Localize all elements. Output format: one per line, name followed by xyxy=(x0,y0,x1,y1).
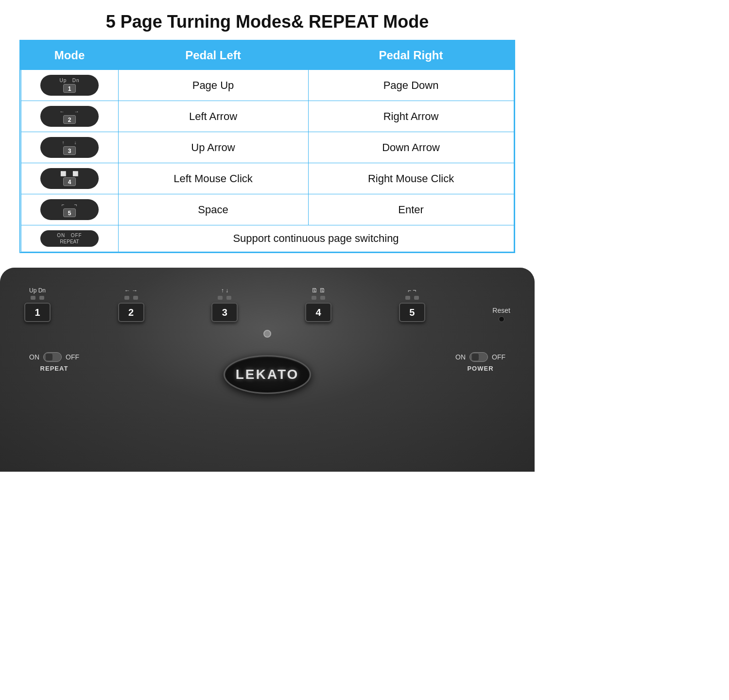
mode3-top-label: ↑ ↓ xyxy=(221,287,228,294)
device-inner: Up Dn 1 ← → 2 xyxy=(15,287,520,394)
mode-icon-3: ↑ ↓ 3 xyxy=(40,137,99,158)
mode-group-4: 🖻 🖻 4 xyxy=(305,287,331,322)
mode5-top-label: ⌐ ¬ xyxy=(408,287,416,294)
repeat-toggle[interactable] xyxy=(43,352,62,362)
pedal-left-2: Left Arrow xyxy=(118,101,308,132)
col-header-pedal-right: Pedal Right xyxy=(308,41,514,69)
dot xyxy=(39,296,44,300)
power-toggle[interactable] xyxy=(469,352,488,362)
pedal-repeat: Support continuous page switching xyxy=(118,225,514,252)
dot xyxy=(226,296,231,300)
mode-cell-4: ⬜ ⬜ 4 xyxy=(21,163,118,194)
pedal-right-5: Enter xyxy=(308,194,514,225)
mode1-indicators xyxy=(31,296,44,300)
mode-cell-5: ⌐ ¬ 5 xyxy=(21,194,118,225)
mode5-indicators xyxy=(405,296,419,300)
brand-logo: LEKATO xyxy=(224,355,311,394)
device-top-row: Up Dn 1 ← → 2 xyxy=(15,287,520,322)
pedal-right-3: Down Arrow xyxy=(308,132,514,163)
mode-button-3[interactable]: 3 xyxy=(211,303,238,322)
mode-button-4[interactable]: 4 xyxy=(305,303,331,322)
table-row: ↑ ↓ 3 Up Arrow Down Arrow xyxy=(21,132,514,163)
mode-cell-repeat: ON OFF REPEAT xyxy=(21,225,118,252)
mode2-top-label: ← → xyxy=(124,287,138,294)
device-body: Up Dn 1 ← → 2 xyxy=(0,268,535,472)
mode-icon-1: Up Dn 1 xyxy=(40,75,99,96)
repeat-label: REPEAT xyxy=(40,365,69,372)
device-bottom-row: ON OFF REPEAT LEKATO ON xyxy=(15,330,520,394)
reset-label: Reset xyxy=(492,307,510,314)
mode-icon-repeat: ON OFF REPEAT xyxy=(40,230,99,247)
dot xyxy=(124,296,129,300)
dot xyxy=(320,296,325,300)
reset-group: Reset xyxy=(492,307,510,322)
reset-button[interactable] xyxy=(499,316,504,322)
mode-group-5: ⌐ ¬ 5 xyxy=(399,287,425,322)
brand-oval: LEKATO xyxy=(224,355,311,394)
table-row: ⬜ ⬜ 4 Left Mouse Click Right Mouse Click xyxy=(21,163,514,194)
table-row: ON OFF REPEAT Support continuous page sw… xyxy=(21,225,514,252)
mode-icon-2: ← → 2 xyxy=(40,106,99,127)
pedal-left-4: Left Mouse Click xyxy=(118,163,308,194)
mode-icon-5: ⌐ ¬ 5 xyxy=(40,199,99,220)
mode-group-1: Up Dn 1 xyxy=(24,287,51,322)
pedal-right-2: Right Arrow xyxy=(308,101,514,132)
mode1-top-label: Up Dn xyxy=(29,287,46,294)
mode-button-2[interactable]: 2 xyxy=(118,303,144,322)
mode-cell-3: ↑ ↓ 3 xyxy=(21,132,118,163)
repeat-switch-group: ON OFF REPEAT xyxy=(29,352,79,372)
power-label: POWER xyxy=(467,365,493,372)
mode-cell-2: ← → 2 xyxy=(21,101,118,132)
power-switch-row: ON OFF xyxy=(455,352,505,362)
mode4-indicators xyxy=(312,296,325,300)
pedal-left-1: Page Up xyxy=(118,69,308,101)
pedal-left-5: Space xyxy=(118,194,308,225)
pedal-right-1: Page Down xyxy=(308,69,514,101)
table-row: ⌐ ¬ 5 Space Enter xyxy=(21,194,514,225)
mode-icon-4: ⬜ ⬜ 4 xyxy=(40,168,99,189)
mode4-top-label: 🖻 🖻 xyxy=(312,287,325,294)
mode-button-5[interactable]: 5 xyxy=(399,303,425,322)
page-title: 5 Page Turning Modes& REPEAT Mode xyxy=(0,0,535,40)
pedal-left-3: Up Arrow xyxy=(118,132,308,163)
pedal-right-4: Right Mouse Click xyxy=(308,163,514,194)
repeat-on-label: ON xyxy=(29,353,39,361)
power-off-label: OFF xyxy=(492,353,505,361)
mode-button-1[interactable]: 1 xyxy=(24,303,51,322)
modes-table: Mode Pedal Left Pedal Right Up Dn 1 Page… xyxy=(20,41,514,252)
mode-group-2: ← → 2 xyxy=(118,287,144,322)
table-row: Up Dn 1 Page Up Page Down xyxy=(21,69,514,101)
dot xyxy=(218,296,223,300)
col-header-pedal-left: Pedal Left xyxy=(118,41,308,69)
brand-name: LEKATO xyxy=(236,367,299,382)
repeat-switch-row: ON OFF xyxy=(29,352,79,362)
device-center: LEKATO xyxy=(224,330,311,394)
mode-cell-1: Up Dn 1 xyxy=(21,69,118,101)
center-indicator xyxy=(263,330,271,338)
dot xyxy=(312,296,316,300)
dot xyxy=(405,296,410,300)
dot xyxy=(133,296,138,300)
mode2-indicators xyxy=(124,296,138,300)
power-switch-group: ON OFF POWER xyxy=(455,352,505,372)
mode3-indicators xyxy=(218,296,231,300)
power-on-label: ON xyxy=(455,353,466,361)
col-header-mode: Mode xyxy=(21,41,118,69)
mode-group-3: ↑ ↓ 3 xyxy=(211,287,238,322)
dot xyxy=(414,296,419,300)
repeat-off-label: OFF xyxy=(66,353,79,361)
table-row: ← → 2 Left Arrow Right Arrow xyxy=(21,101,514,132)
modes-table-container: Mode Pedal Left Pedal Right Up Dn 1 Page… xyxy=(19,40,515,253)
dot xyxy=(31,296,35,300)
